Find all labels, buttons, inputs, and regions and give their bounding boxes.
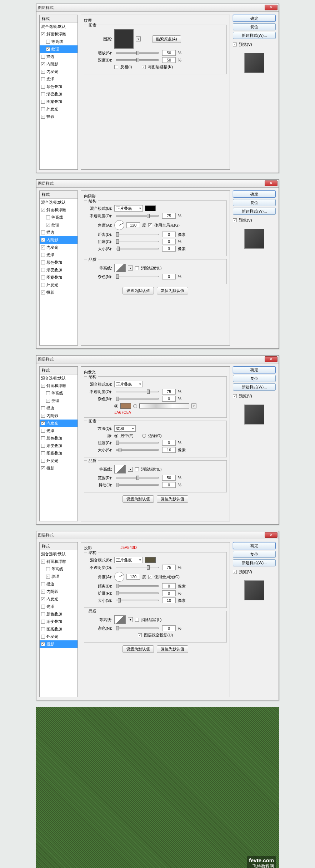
- style-checkbox[interactable]: [41, 436, 45, 440]
- opacity-slider[interactable]: [116, 215, 159, 217]
- size-slider[interactable]: [116, 600, 159, 601]
- style-item[interactable]: 斜面和浮雕: [40, 30, 78, 38]
- cancel-button[interactable]: 复位: [233, 199, 276, 206]
- noise-slider[interactable]: [116, 276, 159, 277]
- style-checkbox[interactable]: [41, 466, 45, 470]
- chevron-down-icon[interactable]: ▾: [128, 617, 133, 622]
- style-item[interactable]: 投影: [40, 465, 78, 472]
- reset-default-button[interactable]: 复位为默认值: [157, 645, 188, 653]
- style-checkbox[interactable]: [46, 399, 50, 403]
- jitter-slider[interactable]: [116, 484, 159, 486]
- style-item[interactable]: 描边: [40, 405, 78, 412]
- style-item[interactable]: 投影: [40, 640, 78, 648]
- style-item[interactable]: 外发光: [40, 281, 78, 289]
- style-item[interactable]: 混合选项:默认: [40, 199, 78, 206]
- angle-input[interactable]: [126, 574, 140, 580]
- reset-default-button[interactable]: 复位为默认值: [157, 495, 188, 503]
- global-light-checkbox[interactable]: [148, 223, 152, 227]
- contour-picker[interactable]: [114, 264, 126, 272]
- style-item[interactable]: 光泽: [40, 75, 78, 83]
- cancel-button[interactable]: 复位: [233, 23, 276, 30]
- styles-header[interactable]: 样式: [40, 367, 78, 375]
- close-icon[interactable]: ✕: [265, 180, 278, 186]
- style-item[interactable]: 图案叠加: [40, 450, 78, 457]
- style-checkbox[interactable]: [41, 384, 45, 388]
- style-checkbox[interactable]: [46, 567, 50, 571]
- choke-input[interactable]: [162, 239, 176, 244]
- close-icon[interactable]: ✕: [265, 356, 278, 362]
- style-checkbox[interactable]: [41, 70, 45, 74]
- style-checkbox[interactable]: [41, 421, 45, 425]
- chevron-down-icon[interactable]: ▾: [128, 467, 133, 472]
- noise-slider[interactable]: [116, 398, 159, 400]
- glow-color-swatch[interactable]: [120, 403, 131, 409]
- ok-button[interactable]: 确定: [233, 15, 276, 22]
- style-item[interactable]: 外发光: [40, 457, 78, 465]
- style-checkbox[interactable]: [41, 620, 45, 624]
- style-item[interactable]: 渐变叠加: [40, 266, 78, 274]
- depth-slider[interactable]: [116, 59, 159, 61]
- style-checkbox[interactable]: [41, 590, 45, 594]
- size-slider[interactable]: [116, 449, 159, 451]
- blend-mode-select[interactable]: 正片叠底: [114, 205, 143, 212]
- style-item[interactable]: 纹理: [40, 221, 78, 229]
- style-checkbox[interactable]: [41, 444, 45, 448]
- style-item[interactable]: 内阴影: [40, 412, 78, 420]
- chevron-down-icon[interactable]: ▾: [136, 36, 141, 41]
- antialias-checkbox[interactable]: [135, 618, 139, 622]
- style-item[interactable]: 内发光: [40, 420, 78, 427]
- size-input[interactable]: [162, 597, 176, 603]
- depth-input[interactable]: [162, 57, 176, 63]
- style-checkbox[interactable]: [41, 612, 45, 616]
- spread-slider[interactable]: [116, 592, 159, 594]
- style-item[interactable]: 内阴影: [40, 60, 78, 68]
- style-checkbox[interactable]: [46, 40, 50, 44]
- style-item[interactable]: 投影: [40, 289, 78, 296]
- style-item[interactable]: 描边: [40, 53, 78, 60]
- style-item[interactable]: 颜色叠加: [40, 610, 78, 618]
- edge-radio[interactable]: [142, 434, 146, 438]
- style-item[interactable]: 外发光: [40, 105, 78, 113]
- style-checkbox[interactable]: [41, 245, 45, 249]
- ok-button[interactable]: 确定: [233, 366, 276, 373]
- style-checkbox[interactable]: [41, 597, 45, 601]
- link-checkbox[interactable]: [142, 65, 146, 69]
- snap-origin-button[interactable]: 贴紧原点(A): [152, 35, 181, 43]
- distance-input[interactable]: [162, 232, 176, 237]
- styles-header[interactable]: 样式: [40, 15, 78, 23]
- blend-mode-select[interactable]: 正片叠底: [114, 557, 143, 563]
- scale-input[interactable]: [162, 50, 176, 56]
- ok-button[interactable]: 确定: [233, 542, 276, 549]
- opacity-input[interactable]: [162, 213, 176, 219]
- titlebar[interactable]: 图层样式 ✕: [36, 531, 279, 539]
- choke-slider[interactable]: [116, 241, 159, 242]
- style-item[interactable]: 图案叠加: [40, 98, 78, 105]
- style-checkbox[interactable]: [46, 575, 50, 579]
- style-checkbox[interactable]: [41, 107, 45, 111]
- style-item[interactable]: 等高线: [40, 214, 78, 221]
- reset-default-button[interactable]: 复位为默认值: [157, 287, 188, 294]
- style-item[interactable]: 混合选项:默认: [40, 375, 78, 382]
- preview-checkbox[interactable]: [233, 43, 237, 46]
- style-checkbox[interactable]: [41, 605, 45, 609]
- style-checkbox[interactable]: [41, 451, 45, 455]
- style-item[interactable]: 纹理: [40, 573, 78, 580]
- titlebar[interactable]: 图层样式 ✕: [36, 356, 279, 363]
- style-checkbox[interactable]: [41, 276, 45, 279]
- style-checkbox[interactable]: [41, 582, 45, 586]
- style-item[interactable]: 等高线: [40, 565, 78, 573]
- style-item[interactable]: 等高线: [40, 38, 78, 45]
- preview-checkbox[interactable]: [233, 570, 237, 574]
- style-checkbox[interactable]: [46, 215, 50, 219]
- technique-select[interactable]: 柔和: [114, 425, 136, 432]
- distance-slider[interactable]: [116, 234, 159, 235]
- gradient-radio[interactable]: [133, 404, 137, 408]
- style-checkbox[interactable]: [41, 560, 45, 564]
- style-item[interactable]: 渐变叠加: [40, 442, 78, 450]
- angle-input[interactable]: [126, 222, 140, 228]
- opacity-slider[interactable]: [116, 391, 159, 392]
- style-item[interactable]: 图案叠加: [40, 625, 78, 633]
- style-checkbox[interactable]: [41, 261, 45, 264]
- chevron-down-icon[interactable]: ▾: [128, 266, 133, 271]
- invert-checkbox[interactable]: [114, 65, 118, 69]
